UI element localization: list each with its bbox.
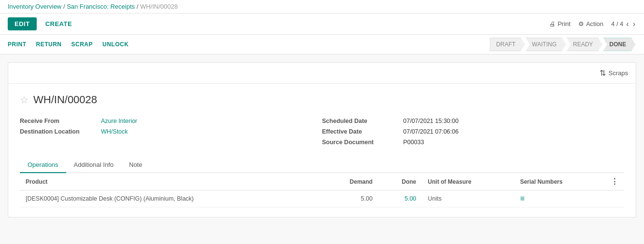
printer-icon: 🖨 <box>549 20 556 27</box>
fields-right: Scheduled Date 07/07/2021 15:30:00 Effec… <box>322 118 625 146</box>
action-bar-right: 🖨 Print ⚙ Action 4 / 4 ‹ › <box>549 20 636 28</box>
effective-date-value: 07/07/2021 07:06:06 <box>403 128 459 135</box>
main-card: ⇅ Scraps ☆ WH/IN/00028 Receive From Azur… <box>8 62 636 217</box>
cell-more <box>605 190 624 207</box>
pager-prev-button[interactable]: ‹ <box>625 20 630 28</box>
breadcrumb-bar: Inventory Overview / San Francisco: Rece… <box>0 0 644 14</box>
table-row: [DESK0004] Customizable Desk (CONFIG) (A… <box>20 190 624 207</box>
source-doc-label: Source Document <box>322 139 400 146</box>
create-button[interactable]: CREATE <box>41 17 77 30</box>
receive-from-value[interactable]: Azure Interior <box>101 118 137 124</box>
tab-operations[interactable]: Operations <box>20 157 66 173</box>
edit-button[interactable]: EDIT <box>8 17 37 30</box>
pager: 4 / 4 ‹ › <box>611 20 636 28</box>
record-name: WH/IN/00028 <box>33 94 97 106</box>
scraps-label: Scraps <box>609 69 628 77</box>
serial-list-button[interactable]: ≡ <box>520 194 524 203</box>
cell-unit: Units <box>422 190 515 207</box>
source-doc-value: P00033 <box>403 139 424 146</box>
main-content: ⇅ Scraps ☆ WH/IN/00028 Receive From Azur… <box>0 54 644 225</box>
sub-action-bar: PRINT RETURN SCRAP UNLOCK DRAFT WAITING … <box>0 35 644 54</box>
col-more: ⋮ <box>605 173 624 190</box>
status-pipeline: DRAFT WAITING READY DONE <box>490 38 636 51</box>
record-title-row: ☆ WH/IN/00028 <box>20 94 624 106</box>
tabs: Operations Additional Info Note <box>20 157 624 173</box>
status-waiting: WAITING <box>526 38 566 51</box>
status-done: DONE <box>603 38 635 51</box>
scheduled-date-row: Scheduled Date 07/07/2021 15:30:00 <box>322 118 625 124</box>
col-unit: Unit of Measure <box>422 173 515 190</box>
effective-date-row: Effective Date 07/07/2021 07:06:06 <box>322 128 625 135</box>
pager-text: 4 / 4 <box>611 20 623 27</box>
scheduled-date-label: Scheduled Date <box>322 118 400 124</box>
col-demand: Demand <box>321 173 378 190</box>
receive-from-row: Receive From Azure Interior <box>20 118 322 124</box>
effective-date-label: Effective Date <box>322 128 400 135</box>
receive-from-label: Receive From <box>20 118 97 124</box>
col-product: Product <box>20 173 321 190</box>
cell-done: 5.00 <box>378 190 422 207</box>
col-done: Done <box>378 173 422 190</box>
sub-print-button[interactable]: PRINT <box>8 39 27 50</box>
favorite-star-icon[interactable]: ☆ <box>20 94 29 106</box>
destination-label: Destination Location <box>20 128 97 135</box>
action-bar: EDIT CREATE 🖨 Print ⚙ Action 4 / 4 ‹ › <box>0 14 644 35</box>
destination-value[interactable]: WH/Stock <box>101 128 128 135</box>
card-body: ☆ WH/IN/00028 Receive From Azure Interio… <box>8 84 636 217</box>
cell-demand: 5.00 <box>321 190 378 207</box>
breadcrumb-link-inventory[interactable]: Inventory Overview <box>8 3 61 10</box>
operations-table: Product Demand Done Unit of Measure Seri… <box>20 173 624 207</box>
action-button[interactable]: ⚙ Action <box>578 20 603 27</box>
breadcrumb: Inventory Overview / San Francisco: Rece… <box>8 3 178 10</box>
tab-note[interactable]: Note <box>121 157 150 173</box>
scheduled-date-value: 07/07/2021 15:30:00 <box>403 118 459 124</box>
source-doc-row: Source Document P00033 <box>322 139 625 146</box>
breadcrumb-link-receipts[interactable]: San Francisco: Receipts <box>67 3 135 10</box>
breadcrumb-current: WH/IN/00028 <box>140 3 178 10</box>
scraps-button[interactable]: ⇅ Scraps <box>600 68 628 78</box>
cell-serial: ≡ <box>514 190 605 207</box>
print-label: Print <box>558 20 571 27</box>
list-icon: ≡ <box>520 194 524 203</box>
fields-left: Receive From Azure Interior Destination … <box>20 118 322 146</box>
destination-row: Destination Location WH/Stock <box>20 128 322 135</box>
sub-return-button[interactable]: RETURN <box>36 39 62 50</box>
pager-next-button[interactable]: › <box>632 20 636 28</box>
tab-additional-info[interactable]: Additional Info <box>66 157 121 173</box>
gear-icon: ⚙ <box>578 20 584 27</box>
print-button[interactable]: 🖨 Print <box>549 20 571 27</box>
cell-product: [DESK0004] Customizable Desk (CONFIG) (A… <box>20 190 321 207</box>
sub-scrap-button[interactable]: SCRAP <box>72 39 93 50</box>
col-serial: Serial Numbers <box>514 173 605 190</box>
status-ready: READY <box>567 38 602 51</box>
status-draft: DRAFT <box>490 38 525 51</box>
action-label: Action <box>586 20 603 27</box>
scraps-icon: ⇅ <box>600 68 606 78</box>
card-header: ⇅ Scraps <box>8 63 636 84</box>
fields-grid: Receive From Azure Interior Destination … <box>20 118 624 146</box>
more-options-icon[interactable]: ⋮ <box>611 177 618 186</box>
table-header-row: Product Demand Done Unit of Measure Seri… <box>20 173 624 190</box>
sub-unlock-button[interactable]: UNLOCK <box>102 39 129 50</box>
